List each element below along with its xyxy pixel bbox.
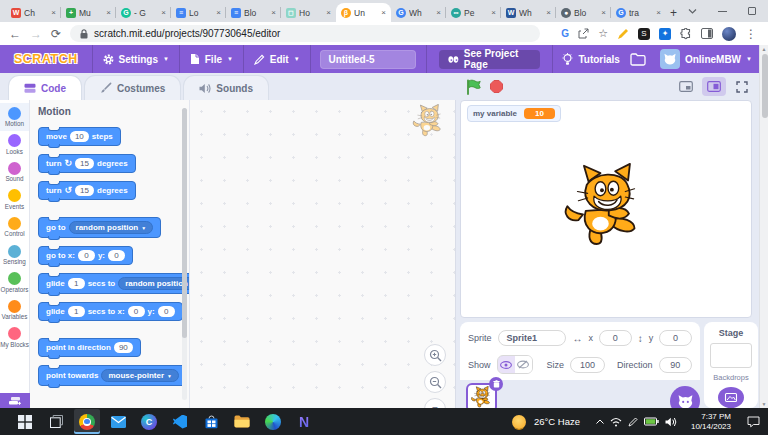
stop-sign-icon[interactable] bbox=[490, 80, 503, 93]
block-dropdown[interactable]: random position▼ bbox=[69, 221, 154, 234]
sprite-name-input[interactable]: Sprite1 bbox=[498, 330, 567, 346]
palette-block[interactable]: go to x:0y:0 bbox=[38, 246, 133, 265]
edit-menu[interactable]: Edit▼ bbox=[244, 45, 310, 73]
stage-canvas[interactable]: my variable 10 bbox=[460, 100, 752, 318]
small-stage-button[interactable] bbox=[674, 77, 698, 96]
block-number-input[interactable]: 90 bbox=[114, 342, 133, 353]
scroll-down-icon[interactable]: ▼ bbox=[762, 401, 767, 407]
block-number-input[interactable]: 0 bbox=[108, 250, 125, 261]
add-extension-button[interactable] bbox=[0, 393, 30, 408]
browser-tab[interactable]: ◻Ho× bbox=[281, 3, 336, 22]
fullscreen-button[interactable] bbox=[730, 77, 754, 96]
tab-sounds[interactable]: Sounds bbox=[183, 75, 269, 100]
palette-scrollbar[interactable] bbox=[182, 108, 187, 400]
code-workspace[interactable]: = bbox=[190, 100, 456, 408]
category-motion[interactable]: Motion bbox=[0, 103, 29, 131]
browser-tab[interactable]: ≡Lo× bbox=[171, 3, 226, 22]
browser-menu-icon[interactable]: ⋮ bbox=[745, 28, 757, 40]
battery-icon[interactable] bbox=[644, 417, 659, 426]
file-menu[interactable]: File▼ bbox=[180, 45, 243, 73]
category-sound[interactable]: Sound bbox=[0, 158, 29, 186]
tab-close-icon[interactable]: × bbox=[656, 8, 661, 17]
choose-backdrop-button[interactable] bbox=[718, 387, 744, 408]
taskbar-task-view-icon[interactable] bbox=[43, 409, 69, 434]
palette-block[interactable]: turn↻15degrees bbox=[38, 154, 136, 173]
profile-avatar[interactable] bbox=[722, 27, 736, 41]
taskbar-start-icon[interactable] bbox=[12, 409, 38, 434]
block-dropdown[interactable]: random position▼ bbox=[118, 277, 190, 290]
palette-block[interactable]: move10steps bbox=[38, 127, 121, 146]
x-input[interactable]: 0 bbox=[599, 330, 632, 346]
green-flag-icon[interactable] bbox=[466, 79, 481, 95]
direction-input[interactable]: 90 bbox=[659, 357, 692, 373]
palette-block[interactable]: point in direction90 bbox=[38, 338, 141, 357]
taskbar-edge-icon[interactable] bbox=[260, 409, 286, 434]
tab-close-icon[interactable]: × bbox=[601, 8, 606, 17]
browser-tab[interactable]: WWh× bbox=[501, 3, 556, 22]
account-menu[interactable]: OnlineMBW ▼ bbox=[660, 49, 752, 69]
tab-costumes[interactable]: Costumes bbox=[84, 75, 181, 100]
browser-tab[interactable]: ≡Blo× bbox=[226, 3, 281, 22]
scrollbar-thumb[interactable] bbox=[762, 54, 768, 118]
category-variables[interactable]: Variables bbox=[0, 296, 29, 324]
back-icon[interactable]: ← bbox=[9, 28, 21, 40]
pen-icon[interactable] bbox=[628, 417, 638, 427]
y-input[interactable]: 0 bbox=[659, 330, 692, 346]
tab-close-icon[interactable]: × bbox=[546, 8, 551, 17]
taskbar-clock[interactable]: 7:37 PM 10/14/2023 bbox=[691, 412, 731, 432]
taskbar-netflix-icon[interactable]: N bbox=[291, 409, 317, 434]
zoom-in-button[interactable] bbox=[424, 344, 446, 366]
scratch-logo[interactable]: SCRATCH bbox=[14, 52, 78, 66]
block-dropdown[interactable]: mouse-pointer▼ bbox=[101, 369, 179, 382]
browser-tab[interactable]: GWh× bbox=[391, 3, 446, 22]
tab-close-icon[interactable]: × bbox=[436, 8, 441, 17]
category-my-blocks[interactable]: My Blocks bbox=[0, 324, 29, 352]
browser-tab[interactable]: Gtra× bbox=[611, 3, 666, 22]
expand-extension-icon[interactable]: ✦ bbox=[659, 28, 671, 40]
side-panel-icon[interactable] bbox=[701, 28, 713, 39]
maximize-button[interactable] bbox=[737, 0, 767, 22]
hide-sprite-button[interactable] bbox=[515, 356, 532, 373]
stage-selector-panel[interactable]: Stage Backdrops bbox=[704, 322, 758, 408]
bookmark-star-icon[interactable]: ☆ bbox=[598, 27, 608, 40]
tab-close-icon[interactable]: × bbox=[491, 8, 496, 17]
block-number-input[interactable]: 1 bbox=[68, 306, 85, 317]
browser-tab[interactable]: βUn× bbox=[336, 3, 391, 22]
weather-icon[interactable] bbox=[512, 415, 526, 429]
tab-close-icon[interactable]: × bbox=[271, 8, 276, 17]
volume-icon[interactable] bbox=[665, 417, 677, 427]
block-number-input[interactable]: 0 bbox=[78, 250, 95, 261]
palette-block[interactable]: point towardsmouse-pointer▼ bbox=[38, 365, 187, 386]
block-number-input[interactable]: 10 bbox=[70, 131, 89, 142]
taskbar-canva-icon[interactable]: C bbox=[136, 409, 162, 434]
tutorials-menu[interactable]: Tutorials bbox=[552, 45, 629, 73]
category-sensing[interactable]: Sensing bbox=[0, 241, 29, 269]
extensions-puzzle-icon[interactable] bbox=[680, 28, 692, 40]
browser-tab[interactable]: G- G× bbox=[116, 3, 171, 22]
tab-close-icon[interactable]: × bbox=[106, 8, 111, 17]
browser-tab[interactable]: +Mu× bbox=[61, 3, 116, 22]
zoom-out-button[interactable] bbox=[424, 371, 446, 393]
size-input[interactable]: 100 bbox=[570, 357, 605, 373]
block-number-input[interactable]: 0 bbox=[128, 306, 145, 317]
action-center-icon[interactable] bbox=[747, 416, 760, 428]
category-looks[interactable]: Looks bbox=[0, 131, 29, 159]
zoom-reset-button[interactable]: = bbox=[424, 398, 446, 408]
show-sprite-button[interactable] bbox=[498, 356, 515, 373]
forward-icon[interactable]: → bbox=[30, 28, 42, 40]
tab-close-icon[interactable]: × bbox=[51, 8, 56, 17]
variable-monitor[interactable]: my variable 10 bbox=[467, 105, 561, 122]
tab-close-icon[interactable]: × bbox=[326, 8, 331, 17]
s-extension-icon[interactable]: S bbox=[638, 28, 650, 40]
refresh-icon[interactable]: ⟳ bbox=[51, 28, 61, 40]
browser-tab[interactable]: ●Blo× bbox=[556, 3, 611, 22]
taskbar-explorer-icon[interactable] bbox=[229, 409, 255, 434]
category-control[interactable]: Control bbox=[0, 213, 29, 241]
google-icon[interactable]: G bbox=[561, 28, 569, 39]
category-operators[interactable]: Operators bbox=[0, 269, 29, 297]
taskbar-store-icon[interactable] bbox=[198, 409, 224, 434]
backdrop-thumbnail[interactable] bbox=[710, 343, 752, 368]
browser-tab[interactable]: WCh× bbox=[6, 3, 61, 22]
project-name-input[interactable]: Untitled-5 bbox=[320, 50, 416, 69]
share-icon[interactable] bbox=[578, 28, 589, 39]
